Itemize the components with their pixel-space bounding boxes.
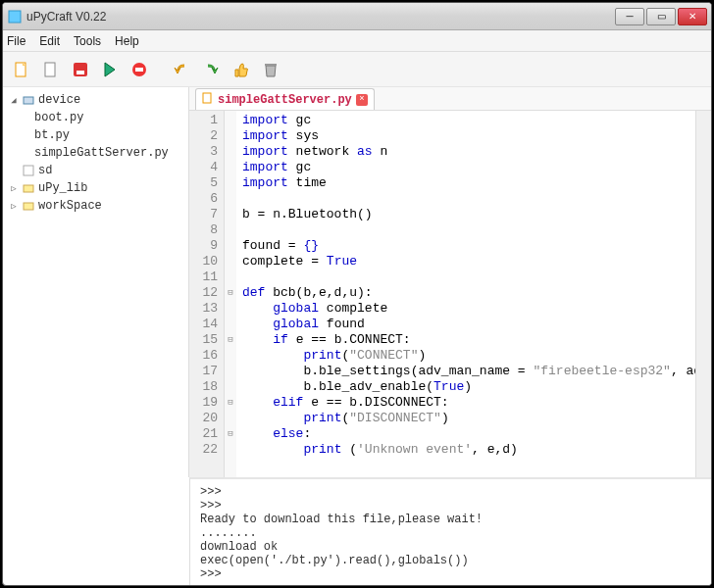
tree-root-device[interactable]: ◢device — [5, 91, 186, 109]
svg-rect-4 — [76, 71, 84, 74]
titlebar: uPyCraft V0.22 ─ ▭ ✕ — [3, 3, 711, 30]
stop-button[interactable] — [127, 57, 152, 82]
tree-workspace[interactable]: ▷workSpace — [5, 197, 186, 215]
maximize-button[interactable]: ▭ — [646, 8, 676, 25]
svg-rect-8 — [24, 97, 33, 104]
menu-edit[interactable]: Edit — [39, 34, 60, 48]
svg-rect-2 — [45, 63, 55, 76]
file-tree: ◢device boot.py bt.py simpleGattServer.p… — [3, 87, 189, 477]
line-gutter: 12345678910111213141516171819202122 — [189, 111, 225, 477]
tab-label: simpleGattServer.py — [218, 93, 352, 107]
menu-tools[interactable]: Tools — [74, 34, 101, 48]
vertical-scrollbar[interactable] — [695, 111, 711, 477]
tree-upylib[interactable]: ▷uPy_lib — [5, 179, 186, 197]
tab-file[interactable]: simpleGattServer.py × — [195, 88, 375, 110]
console-output[interactable]: >>> >>> Ready to download this file,plea… — [189, 477, 711, 585]
svg-rect-0 — [9, 11, 21, 23]
code-editor[interactable]: import gcimport sysimport network as nim… — [236, 111, 695, 477]
svg-rect-11 — [24, 203, 33, 210]
undo-button[interactable] — [170, 57, 195, 82]
svg-rect-9 — [24, 166, 33, 175]
new-button[interactable] — [9, 57, 34, 82]
menu-help[interactable]: Help — [115, 34, 139, 48]
editor-tabs: simpleGattServer.py × — [189, 87, 711, 111]
window-title: uPyCraft V0.22 — [26, 10, 613, 24]
tree-sd[interactable]: sd — [5, 162, 186, 179]
svg-rect-7 — [265, 64, 277, 66]
open-button[interactable] — [38, 57, 64, 82]
tab-close-icon[interactable]: × — [356, 94, 368, 106]
menubar: File Edit Tools Help — [3, 30, 711, 52]
tree-file[interactable]: bt.py — [5, 126, 186, 144]
tree-file[interactable]: boot.py — [5, 109, 186, 126]
save-button[interactable] — [68, 57, 93, 82]
svg-rect-10 — [24, 185, 33, 192]
file-icon — [202, 92, 214, 108]
close-button[interactable]: ✕ — [678, 8, 707, 25]
minimize-button[interactable]: ─ — [615, 8, 644, 25]
toolbar — [3, 52, 711, 87]
tree-file[interactable]: simpleGattServer.py — [5, 144, 186, 162]
app-icon — [7, 9, 23, 24]
svg-rect-12 — [203, 93, 211, 103]
trash-button[interactable] — [258, 57, 283, 82]
redo-button[interactable] — [199, 57, 225, 82]
svg-rect-6 — [135, 68, 143, 72]
menu-file[interactable]: File — [7, 34, 26, 48]
like-button[interactable] — [229, 57, 254, 82]
fold-column: ⊟⊟⊟⊟ — [225, 111, 236, 477]
run-button[interactable] — [97, 57, 123, 82]
